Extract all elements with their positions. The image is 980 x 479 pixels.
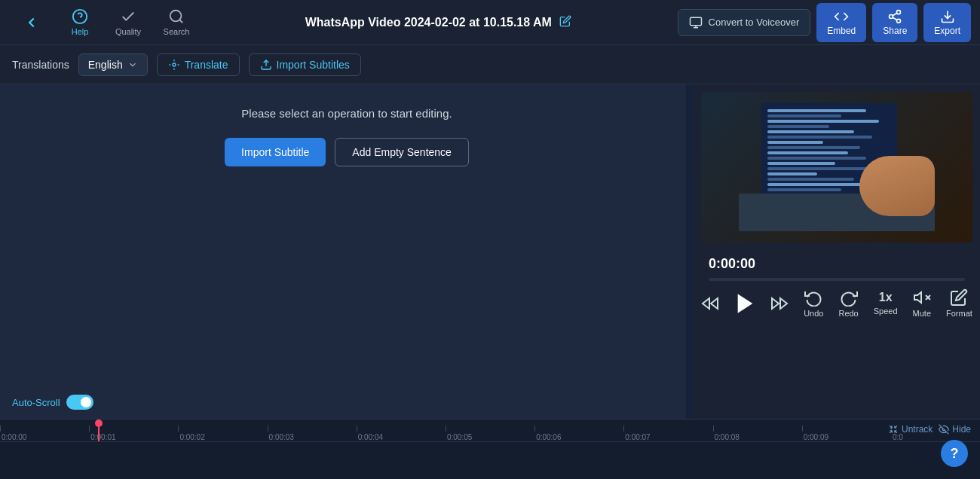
ruler-tick: 0:00:03	[268, 423, 357, 441]
page-title: WhatsApp Video 2024-02-02 at 10.15.18 AM	[305, 16, 552, 29]
timeline-ruler: 0:00:000:00:010:00:020:00:030:00:040:00:…	[0, 420, 980, 442]
svg-point-11	[173, 63, 176, 66]
hand-area	[859, 156, 935, 216]
embed-button[interactable]: Embed	[816, 3, 866, 42]
ruler-tick: 0:00:06	[534, 423, 623, 441]
time-display: 0:00:00	[709, 256, 965, 272]
add-empty-sentence-button[interactable]: Add Empty Sentence	[335, 138, 469, 166]
svg-line-3	[179, 20, 182, 23]
svg-point-2	[170, 11, 182, 22]
help-button[interactable]: Help	[57, 3, 103, 42]
redo-icon	[840, 288, 858, 307]
timeline: 0:00:000:00:010:00:020:00:030:00:040:00:…	[0, 419, 980, 479]
back-button[interactable]	[9, 3, 54, 42]
video-preview	[701, 92, 972, 243]
redo-label: Redo	[838, 309, 858, 318]
redo-button[interactable]: Redo	[838, 288, 858, 318]
speed-button[interactable]: 1x Speed	[874, 291, 898, 316]
ruler-tick: 0:00:04	[357, 423, 446, 441]
ruler-tick: 0:00:09	[802, 423, 891, 441]
convert-label: Convert to Voiceover	[709, 17, 800, 28]
mute-icon	[913, 288, 931, 307]
speed-value: 1x	[879, 291, 893, 304]
svg-line-8	[893, 17, 897, 20]
svg-point-6	[890, 14, 893, 18]
progress-bar[interactable]	[709, 278, 965, 281]
svg-rect-4	[690, 17, 701, 26]
laptop-image	[739, 103, 935, 231]
format-button[interactable]: Format	[946, 288, 972, 318]
back-icon	[23, 14, 40, 31]
ruler-tick: 0:00:08	[713, 423, 802, 441]
ruler-tick: 0:00:07	[623, 423, 712, 441]
svg-marker-17	[703, 298, 709, 309]
svg-line-9	[893, 13, 897, 15]
import-subtitle-button[interactable]: Import Subtitle	[225, 138, 326, 166]
quality-icon	[120, 8, 136, 25]
main-content: Please select an operation to start edit…	[0, 84, 980, 419]
edit-prompt: Please select an operation to start edit…	[241, 107, 452, 120]
svg-point-7	[897, 19, 901, 23]
svg-marker-21	[772, 298, 779, 309]
search-label: Search	[164, 27, 190, 36]
rewind-icon	[701, 294, 719, 313]
speed-label: Speed	[874, 307, 898, 316]
fast-forward-icon	[770, 294, 789, 313]
help-label: Help	[72, 27, 89, 36]
format-label: Format	[946, 309, 972, 318]
ruler-tick: 0:00:01	[89, 423, 178, 441]
selected-language: English	[88, 59, 123, 71]
playhead	[98, 420, 100, 441]
navbar: Help Quality Search WhatsApp Video 2024-…	[0, 0, 980, 45]
timeline-right-controls: Untrack Hide	[888, 424, 971, 435]
svg-marker-18	[711, 298, 718, 309]
chevron-down-icon	[127, 59, 138, 70]
play-icon	[734, 293, 755, 314]
auto-scroll-toggle[interactable]	[66, 395, 93, 410]
language-selector[interactable]: English	[78, 53, 148, 76]
hide-button[interactable]: Hide	[939, 424, 971, 435]
ruler-ticks: 0:00:000:00:010:00:020:00:030:00:040:00:…	[0, 423, 980, 441]
convert-voiceover-button[interactable]: Convert to Voiceover	[678, 9, 811, 36]
subtitle-toolbar: Translations English Translate Import Su…	[0, 45, 980, 84]
auto-scroll-label: Auto-Scroll	[12, 397, 60, 408]
search-icon	[168, 8, 185, 25]
untrack-button[interactable]: Untrack	[888, 424, 933, 435]
translate-button[interactable]: Translate	[157, 53, 240, 76]
export-button[interactable]: Export	[923, 3, 971, 42]
nav-left: Help Quality Search	[9, 3, 199, 42]
import-subtitles-button[interactable]: Import Subtitles	[249, 53, 361, 76]
svg-marker-22	[914, 292, 921, 303]
right-panel: 0:00:00 Undo R	[694, 84, 980, 419]
edit-title-icon[interactable]	[559, 15, 571, 29]
undo-icon	[804, 288, 822, 307]
timeline-track[interactable]	[0, 442, 980, 479]
help-fab-button[interactable]: ?	[941, 440, 968, 467]
action-buttons: Import Subtitle Add Empty Sentence	[225, 138, 469, 166]
search-button[interactable]: Search	[154, 3, 199, 42]
nav-right: Convert to Voiceover Embed Share Export	[678, 3, 971, 42]
format-icon	[950, 288, 968, 307]
mute-button[interactable]: Mute	[913, 288, 931, 318]
share-button[interactable]: Share	[872, 3, 917, 42]
svg-marker-20	[780, 298, 787, 309]
mute-label: Mute	[913, 309, 931, 318]
voiceover-icon	[689, 16, 703, 29]
video-controls: 0:00:00 Undo R	[701, 250, 972, 324]
undo-button[interactable]: Undo	[804, 288, 823, 318]
svg-point-5	[897, 10, 901, 14]
fast-forward-button[interactable]	[770, 294, 789, 313]
ruler-tick: 0:00:02	[178, 423, 267, 441]
undo-label: Undo	[804, 309, 823, 318]
hide-icon	[939, 424, 949, 435]
untrack-icon	[888, 424, 899, 435]
translations-label: Translations	[12, 59, 69, 71]
nav-center: WhatsApp Video 2024-02-02 at 10.15.18 AM	[199, 15, 678, 29]
scrollbar-track[interactable]	[686, 84, 694, 419]
controls-row: Undo Redo 1x Speed Mute Format	[709, 288, 965, 318]
quality-button[interactable]: Quality	[106, 3, 151, 42]
play-button[interactable]	[734, 293, 755, 314]
export-icon	[940, 9, 955, 24]
share-icon	[887, 9, 902, 24]
rewind-button[interactable]	[701, 294, 719, 313]
